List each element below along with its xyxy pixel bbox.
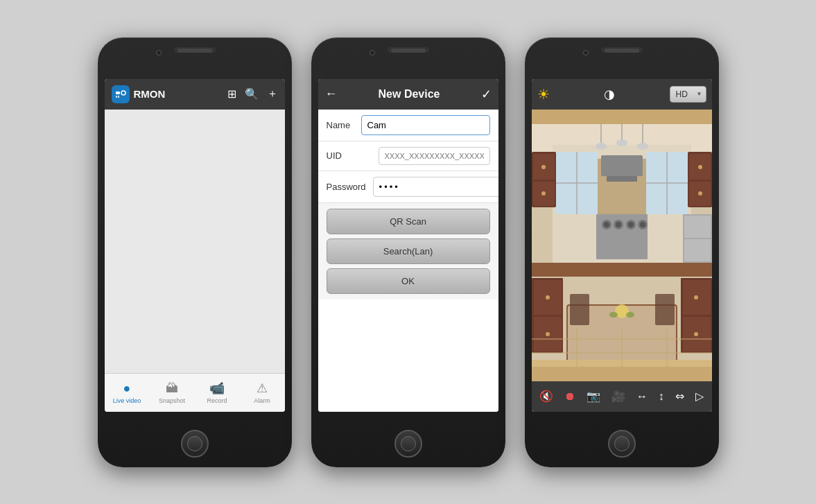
- search-icon[interactable]: 🔍: [245, 87, 259, 101]
- camview-header: ☀ ◑ HD SD Low: [532, 79, 712, 110]
- phone-3: ☀ ◑ HD SD Low: [525, 37, 719, 467]
- nav-snapshot[interactable]: 🏔 Snapshot: [150, 374, 195, 412]
- nav-live-video[interactable]: ● Live video: [105, 374, 150, 412]
- svg-point-48: [626, 312, 634, 318]
- name-label: Name: [327, 120, 354, 130]
- snapshot-icon: 🏔: [166, 381, 178, 396]
- flip-h-icon[interactable]: ⇔: [675, 390, 684, 403]
- alarm-icon: ⚠: [257, 381, 268, 396]
- newdev-buttons: QR Scan Search(Lan) OK: [318, 203, 498, 299]
- phone-2-home-inner: [401, 436, 416, 451]
- svg-point-21: [698, 165, 702, 169]
- live-video-label: Live video: [113, 397, 141, 404]
- rmon-content: [105, 110, 285, 373]
- svg-point-1: [121, 91, 125, 95]
- svg-point-27: [596, 143, 607, 150]
- rmon-app-icon: [112, 85, 130, 103]
- phone-1: RMON ⊞ 🔍 ＋ ● Live video 🏔 Snapshot: [98, 37, 292, 467]
- newdev-header: ← New Device ✓: [318, 79, 498, 110]
- phone-3-home-button[interactable]: [608, 430, 636, 458]
- svg-point-37: [546, 295, 550, 299]
- search-lan-button[interactable]: Search(Lan): [327, 238, 490, 264]
- svg-point-29: [616, 139, 627, 146]
- name-input[interactable]: [361, 115, 490, 135]
- password-label: Password: [327, 182, 366, 192]
- phone-2-home-button[interactable]: [394, 430, 422, 458]
- brightness-icon[interactable]: ☀: [537, 86, 550, 103]
- svg-point-38: [546, 332, 550, 336]
- password-row: Password: [318, 171, 498, 203]
- add-icon[interactable]: ＋: [267, 87, 278, 101]
- audio-mute-icon[interactable]: 🔇: [539, 390, 553, 403]
- svg-point-43: [694, 332, 698, 336]
- move-horizontal-icon[interactable]: ↔: [636, 390, 648, 403]
- svg-rect-24: [601, 155, 643, 176]
- nav-alarm[interactable]: ⚠ Alarm: [240, 374, 285, 412]
- phone-1-home-inner: [187, 436, 202, 451]
- newdev-form: Name UID Password QR Scan Search(Lan) OK: [318, 110, 498, 412]
- svg-rect-32: [532, 263, 712, 277]
- phone-1-screen: RMON ⊞ 🔍 ＋ ● Live video 🏔 Snapshot: [105, 79, 285, 412]
- phone-2-speaker: [391, 49, 426, 53]
- newdev-title: New Device: [379, 88, 440, 101]
- ok-button[interactable]: OK: [327, 268, 490, 294]
- svg-point-17: [541, 191, 546, 195]
- phone-3-home-inner: [614, 436, 630, 451]
- qr-scan-button[interactable]: QR Scan: [327, 209, 490, 234]
- back-button[interactable]: ←: [325, 87, 338, 101]
- camview-controls: 🔇 ⏺ 📷 🎥 ↔ ↕ ⇔ ▷: [532, 381, 712, 412]
- phone-2-camera: [370, 50, 375, 55]
- phone-1-camera: [156, 50, 162, 55]
- record-button[interactable]: ⏺: [564, 390, 575, 403]
- kitchen-image: [532, 110, 712, 381]
- phone-3-screen: ☀ ◑ HD SD Low: [532, 79, 712, 412]
- svg-rect-58: [684, 216, 711, 238]
- password-input[interactable]: [373, 177, 498, 197]
- nav-record[interactable]: 📹 Record: [195, 374, 240, 412]
- svg-point-42: [694, 295, 698, 299]
- snapshot-label: Snapshot: [159, 397, 185, 404]
- svg-point-22: [698, 191, 702, 195]
- live-video-icon: ●: [123, 381, 131, 396]
- quality-select[interactable]: HD SD Low: [670, 86, 706, 103]
- svg-point-31: [637, 143, 648, 150]
- move-vertical-icon[interactable]: ↕: [659, 390, 664, 403]
- phone-3-camera: [583, 50, 589, 55]
- rmon-title: RMON: [134, 88, 166, 100]
- phone-2: ← New Device ✓ Name UID Password: [311, 37, 505, 467]
- rmon-header: RMON ⊞ 🔍 ＋: [105, 79, 285, 110]
- quality-selector-wrapper: HD SD Low: [670, 86, 706, 103]
- phone-1-home-button[interactable]: [181, 430, 209, 458]
- record-icon: 📹: [209, 381, 225, 396]
- contrast-icon[interactable]: ◑: [604, 87, 615, 102]
- uid-input[interactable]: [379, 147, 490, 165]
- phones-container: RMON ⊞ 🔍 ＋ ● Live video 🏔 Snapshot: [98, 37, 719, 467]
- rmon-actions: ⊞ 🔍 ＋: [227, 87, 278, 101]
- svg-point-66: [628, 222, 634, 227]
- uid-row: UID: [318, 141, 498, 171]
- flip-v-icon[interactable]: ▷: [695, 390, 704, 403]
- camera-feed: [532, 110, 712, 381]
- svg-point-47: [609, 312, 618, 318]
- svg-rect-59: [684, 239, 711, 261]
- confirm-button[interactable]: ✓: [481, 87, 492, 102]
- video-button[interactable]: 🎥: [611, 390, 625, 403]
- phone-2-screen: ← New Device ✓ Name UID Password: [318, 79, 498, 412]
- record-label: Record: [207, 397, 227, 404]
- svg-point-16: [541, 165, 546, 169]
- svg-rect-0: [116, 92, 120, 94]
- svg-point-68: [640, 222, 645, 227]
- name-row: Name: [318, 110, 498, 141]
- svg-point-62: [604, 222, 609, 227]
- uid-label: UID: [327, 150, 372, 161]
- grid-icon[interactable]: ⊞: [227, 87, 236, 101]
- rmon-logo: RMON: [112, 85, 166, 103]
- phone-1-speaker: [177, 49, 212, 53]
- alarm-label: Alarm: [254, 397, 270, 404]
- rmon-bottom-nav: ● Live video 🏔 Snapshot 📹 Record ⚠ Alarm: [105, 373, 285, 412]
- svg-rect-50: [655, 294, 675, 325]
- snapshot-button[interactable]: 📷: [587, 390, 600, 403]
- phone-3-speaker: [605, 49, 639, 53]
- svg-rect-49: [570, 294, 589, 325]
- svg-point-64: [616, 222, 621, 227]
